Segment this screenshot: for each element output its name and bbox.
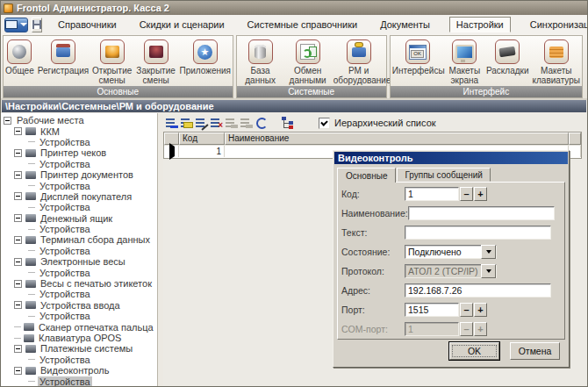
menu-nastroyki[interactable]: Настройки <box>449 17 511 32</box>
menu-spravochniki[interactable]: Справочники <box>54 18 120 32</box>
tab-message-groups[interactable]: Группы сообщений <box>397 168 490 182</box>
tree-node-label[interactable]: Устройства <box>38 289 92 299</box>
tree-node-label[interactable]: Устройства <box>38 137 92 147</box>
text-input[interactable] <box>405 226 551 240</box>
tree-node-label[interactable]: Принтер документов <box>39 169 135 180</box>
tail-cell <box>569 146 581 157</box>
port-increment-button[interactable]: + <box>474 303 487 317</box>
code-input[interactable] <box>405 187 459 201</box>
tree-node-label[interactable]: Денежный ящик <box>39 213 114 224</box>
registration-button[interactable]: Регистрация <box>36 39 90 76</box>
expander-icon[interactable] <box>14 236 22 244</box>
copy-record-icon[interactable] <box>180 117 194 129</box>
tree-node-label[interactable]: Рабочие места <box>15 115 86 125</box>
tree-node-label[interactable]: Устройства <box>38 224 92 234</box>
hierarchy-filter-icon[interactable] <box>282 117 296 129</box>
dropdown-arrow-icon[interactable] <box>481 245 496 259</box>
name-input[interactable] <box>408 206 555 220</box>
tree-node-label[interactable]: Терминал сбора данных <box>39 234 152 245</box>
tree-node-label[interactable]: Сканер отпечатка пальца <box>37 322 155 333</box>
hierarchical-list-checkbox[interactable]: Иерархический список <box>319 118 436 129</box>
payment-systems-icon <box>25 345 36 353</box>
refresh-icon[interactable] <box>255 117 269 129</box>
expander-icon[interactable] <box>14 149 22 157</box>
menu-skidki[interactable]: Скидки и сценарии <box>136 18 228 32</box>
expander-icon[interactable] <box>4 117 11 125</box>
app-menu-button[interactable] <box>4 18 28 32</box>
tree-node-label-selected[interactable]: Устройства <box>38 376 92 386</box>
tree-node-label[interactable]: Весы с печатью этикеток <box>39 278 154 289</box>
video-control-dialog: Видеоконтроль Основные Группы сообщений … <box>333 150 570 368</box>
expander-icon[interactable] <box>14 258 22 266</box>
tree-node-label[interactable]: Устройства <box>38 268 92 278</box>
workstation-equipment-button[interactable]: РМ и оборудование <box>332 39 386 86</box>
expander-icon[interactable] <box>14 301 22 309</box>
tree-node-label[interactable]: Устройства <box>38 311 92 321</box>
code-increment-button[interactable]: + <box>474 187 487 201</box>
keyboard-mappings-button[interactable]: Раскладки <box>484 39 531 76</box>
tree-node-label[interactable]: ККМ <box>39 126 61 137</box>
app-icon <box>4 4 13 13</box>
expander-icon[interactable] <box>14 214 22 222</box>
expander-icon[interactable] <box>14 280 22 288</box>
menu-dokumenty[interactable]: Документы <box>376 18 434 32</box>
tree-node: Видеоконтроль <box>1 365 157 376</box>
keyboard-layouts-button[interactable]: Макеты клавиатуры <box>531 39 582 86</box>
tree-connector <box>28 229 35 230</box>
tab-main[interactable]: Основные <box>337 168 396 183</box>
customer-display-icon <box>25 192 36 200</box>
code-cell[interactable]: 1 <box>179 146 225 157</box>
tree-node-label[interactable]: Клавиатура OPOS <box>37 333 123 343</box>
expander-icon[interactable] <box>14 171 22 179</box>
tree-node-label[interactable]: Платежные системы <box>39 343 134 354</box>
database-button[interactable]: База данных <box>237 39 284 86</box>
tree-node-label[interactable]: Устройства <box>38 246 92 256</box>
ok-button[interactable]: OK <box>449 342 499 360</box>
port-decrement-button[interactable]: – <box>460 303 473 317</box>
tree-node-label[interactable]: Устройства <box>38 202 92 212</box>
applications-button[interactable]: Приложения <box>178 39 233 76</box>
name-column-header[interactable]: Наименование <box>225 133 569 145</box>
edit-record-icon[interactable] <box>195 117 209 129</box>
protocol-combobox: АТОЛ 2 (TCP/IP) <box>405 264 497 278</box>
address-input[interactable] <box>405 283 551 297</box>
tree-node-label[interactable]: Устройства ввода <box>39 300 122 311</box>
ribbon-group-system: База данных Обмен данными РМ и оборудова… <box>236 35 387 98</box>
tree-node: Платежные системы <box>1 343 157 354</box>
device-tree: Рабочие места ККМ Устройства Принтер чек… <box>1 113 158 386</box>
expander-icon[interactable] <box>14 192 22 200</box>
tree-node: Устройства <box>1 376 157 386</box>
checkbox-checked-icon[interactable] <box>319 118 330 129</box>
state-combobox[interactable]: Подключено <box>405 245 497 259</box>
save-button[interactable] <box>32 18 42 32</box>
new-record-icon[interactable] <box>165 117 179 129</box>
tree-node-label[interactable]: Принтер чеков <box>39 147 108 158</box>
cancel-button[interactable]: Отмена <box>510 342 560 360</box>
expander-icon[interactable] <box>14 345 22 353</box>
workstation-equipment-icon <box>347 39 371 64</box>
tree-node-label[interactable]: Электронные весы <box>39 256 127 267</box>
screen-layouts-button[interactable]: Макеты экрана <box>445 39 484 86</box>
menu-sinhronizaciya[interactable]: Синхронизация <box>527 18 588 32</box>
code-column-header[interactable]: Код <box>179 133 225 145</box>
tree-node-label[interactable]: Устройства <box>38 159 92 169</box>
content-area: Рабочие места ККМ Устройства Принтер чек… <box>1 113 587 386</box>
breadcrumb: \Настройки\Системные\РМ и оборудование <box>2 100 586 112</box>
delete-record-icon[interactable] <box>210 117 224 129</box>
tree-node-label[interactable]: Устройства <box>38 181 92 191</box>
data-exchange-button[interactable]: Обмен данными <box>284 39 332 86</box>
expander-icon[interactable] <box>14 127 22 135</box>
tree-node-label[interactable]: Устройства <box>38 355 92 365</box>
tree-node-label[interactable]: Видеоконтроль <box>39 365 111 376</box>
tree-node-label[interactable]: Дисплей покупателя <box>39 191 133 202</box>
open-shift-button[interactable]: Открытие смены <box>90 39 134 86</box>
ribbon-group-caption: Интерфейс <box>391 86 582 97</box>
close-shift-button[interactable]: Закрытие смены <box>134 39 178 86</box>
menu-sistemnye-spravochniki[interactable]: Системные справочники <box>244 18 362 32</box>
general-button[interactable]: Общее <box>4 39 36 76</box>
expander-icon[interactable] <box>14 367 22 375</box>
code-decrement-button[interactable]: – <box>460 187 473 201</box>
port-input[interactable] <box>405 303 459 317</box>
interfaces-button[interactable]: OK Интерфейсы <box>391 39 445 76</box>
dialog-title-bar[interactable]: Видеоконтроль <box>334 152 568 164</box>
